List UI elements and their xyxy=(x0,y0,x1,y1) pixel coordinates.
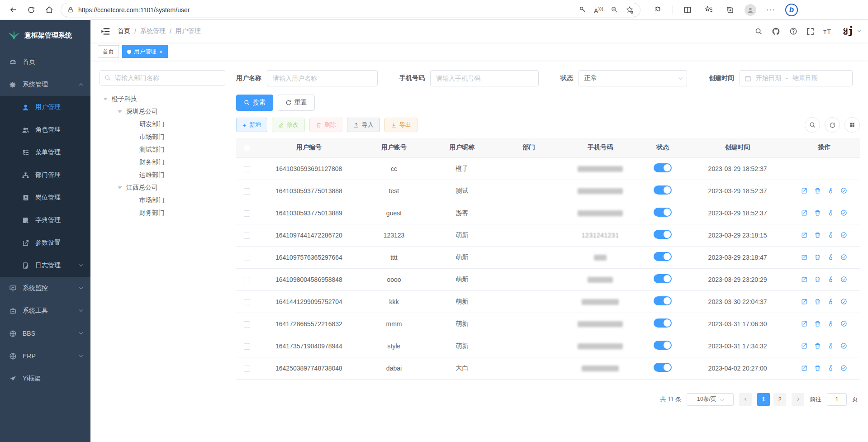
tree-expand-icon[interactable] xyxy=(118,186,122,189)
sidebar-item-post-management[interactable]: 岗位管理 xyxy=(0,186,90,209)
browser-menu-icon[interactable]: ··· xyxy=(764,3,778,17)
profile-avatar[interactable] xyxy=(745,4,756,16)
font-size-icon[interactable]: ᴛT xyxy=(823,28,831,35)
status-toggle[interactable] xyxy=(654,208,672,217)
row-reset-password-icon[interactable] xyxy=(827,276,834,283)
row-assign-role-icon[interactable] xyxy=(840,298,847,305)
row-delete-icon[interactable] xyxy=(814,276,821,283)
tree-node-4[interactable]: 测试部门 xyxy=(100,143,225,156)
row-assign-role-icon[interactable] xyxy=(840,209,847,216)
status-toggle[interactable] xyxy=(654,252,672,261)
home-icon[interactable] xyxy=(43,3,56,17)
sidebar-item-system-monitor[interactable]: 系统监控 xyxy=(0,277,90,299)
sidebar-item-menu-management[interactable]: 菜单管理 xyxy=(0,141,90,164)
sidebar-item-erp[interactable]: ERP xyxy=(0,345,90,367)
sidebar-item-param-settings[interactable]: 参数设置 xyxy=(0,232,90,254)
row-delete-icon[interactable] xyxy=(814,365,821,371)
search-button[interactable]: 搜索 xyxy=(236,95,273,111)
row-delete-icon[interactable] xyxy=(814,342,821,349)
row-assign-role-icon[interactable] xyxy=(840,232,847,238)
row-reset-password-icon[interactable] xyxy=(827,209,834,216)
row-checkbox[interactable] xyxy=(244,166,250,172)
avatar-dropdown-icon[interactable] xyxy=(858,29,861,32)
delete-button[interactable]: 删除 xyxy=(309,118,342,132)
row-assign-role-icon[interactable] xyxy=(840,276,847,283)
lock-icon[interactable] xyxy=(67,6,74,13)
prev-page-button[interactable] xyxy=(739,393,752,406)
sidebar-item-system-tools[interactable]: 系统工具 xyxy=(0,299,90,322)
page-size-select[interactable]: 10条/页 xyxy=(687,393,734,406)
help-icon[interactable] xyxy=(789,27,797,35)
row-checkbox[interactable] xyxy=(244,299,250,305)
goto-page-input[interactable] xyxy=(827,393,847,406)
status-toggle[interactable] xyxy=(654,341,672,350)
next-page-button[interactable] xyxy=(792,393,804,406)
sidebar-item-log-management[interactable]: 日志管理 xyxy=(0,254,90,277)
tree-node-6[interactable]: 运维部门 xyxy=(100,169,225,181)
date-range-picker[interactable]: 开始日期 - 结束日期 xyxy=(740,70,853,86)
row-checkbox[interactable] xyxy=(244,277,250,283)
select-all-checkbox[interactable] xyxy=(244,145,250,151)
tag-home[interactable]: 首页 xyxy=(98,45,119,58)
extensions-icon[interactable] xyxy=(651,3,665,17)
status-toggle[interactable] xyxy=(654,296,672,305)
sidebar-item-role-management[interactable]: 角色管理 xyxy=(0,119,90,141)
row-assign-role-icon[interactable] xyxy=(840,254,847,261)
username-input[interactable] xyxy=(267,70,378,86)
row-reset-password-icon[interactable] xyxy=(827,254,834,261)
address-bar[interactable]: https://ccnetcore.com:1101/system/user A… xyxy=(61,3,640,17)
column-settings-button[interactable] xyxy=(844,117,860,133)
row-delete-icon[interactable] xyxy=(814,320,821,327)
row-delete-icon[interactable] xyxy=(814,232,821,238)
row-edit-icon[interactable] xyxy=(801,254,808,261)
show-search-toggle-button[interactable] xyxy=(805,117,820,133)
sidebar-item-yi-framework[interactable]: Yi框架 xyxy=(0,367,90,390)
sidebar-item-bbs[interactable]: BBS xyxy=(0,322,90,345)
user-avatar-logo[interactable]: Ყj xyxy=(840,24,856,38)
row-edit-icon[interactable] xyxy=(801,187,808,194)
row-edit-icon[interactable] xyxy=(801,298,808,305)
page-button-2[interactable]: 2 xyxy=(773,393,786,406)
status-toggle[interactable] xyxy=(654,163,672,172)
row-reset-password-icon[interactable] xyxy=(827,342,834,349)
tag-close-icon[interactable]: × xyxy=(159,49,163,55)
dept-search-input[interactable] xyxy=(115,74,220,81)
row-reset-password-icon[interactable] xyxy=(827,232,834,238)
row-assign-role-icon[interactable] xyxy=(840,320,847,327)
row-edit-icon[interactable] xyxy=(801,342,808,349)
url-text[interactable]: https://ccnetcore.com:1101/system/user xyxy=(78,6,574,14)
row-checkbox[interactable] xyxy=(244,321,250,328)
breadcrumb-system[interactable]: 系统管理 xyxy=(140,27,166,35)
import-button[interactable]: 导入 xyxy=(347,118,380,132)
status-toggle[interactable] xyxy=(654,230,672,239)
tree-node-5[interactable]: 财务部门 xyxy=(100,156,225,169)
row-delete-icon[interactable] xyxy=(814,298,821,305)
row-checkbox[interactable] xyxy=(244,343,250,350)
split-screen-icon[interactable] xyxy=(681,3,694,17)
reset-button[interactable]: 重置 xyxy=(278,95,315,111)
bing-chat-icon[interactable]: b xyxy=(785,4,798,16)
tag-user-management[interactable]: 用户管理 × xyxy=(122,45,168,58)
fullscreen-icon[interactable] xyxy=(806,28,814,35)
row-checkbox[interactable] xyxy=(244,366,250,372)
sidebar-item-system-management[interactable]: 系统管理 xyxy=(0,73,90,96)
read-aloud-icon[interactable]: A))) xyxy=(594,5,603,14)
favorites-bar-icon[interactable] xyxy=(702,3,716,17)
status-toggle[interactable] xyxy=(654,363,672,372)
header-search-icon[interactable] xyxy=(755,28,763,35)
tree-expand-icon[interactable] xyxy=(118,110,122,113)
row-assign-role-icon[interactable] xyxy=(840,342,847,349)
row-checkbox[interactable] xyxy=(244,210,250,217)
tree-node-1[interactable]: 深圳总公司 xyxy=(100,105,225,118)
tree-node-7[interactable]: 江西总公司 xyxy=(100,181,225,194)
row-edit-icon[interactable] xyxy=(801,276,808,283)
row-reset-password-icon[interactable] xyxy=(827,187,834,194)
refresh-table-button[interactable] xyxy=(825,117,840,133)
sidebar-item-dept-management[interactable]: 部门管理 xyxy=(0,164,90,186)
row-delete-icon[interactable] xyxy=(814,187,821,194)
refresh-icon[interactable] xyxy=(24,3,38,17)
row-assign-role-icon[interactable] xyxy=(840,187,847,194)
row-reset-password-icon[interactable] xyxy=(827,365,834,371)
row-edit-icon[interactable] xyxy=(801,320,808,327)
tree-node-8[interactable]: 市场部门 xyxy=(100,194,225,207)
